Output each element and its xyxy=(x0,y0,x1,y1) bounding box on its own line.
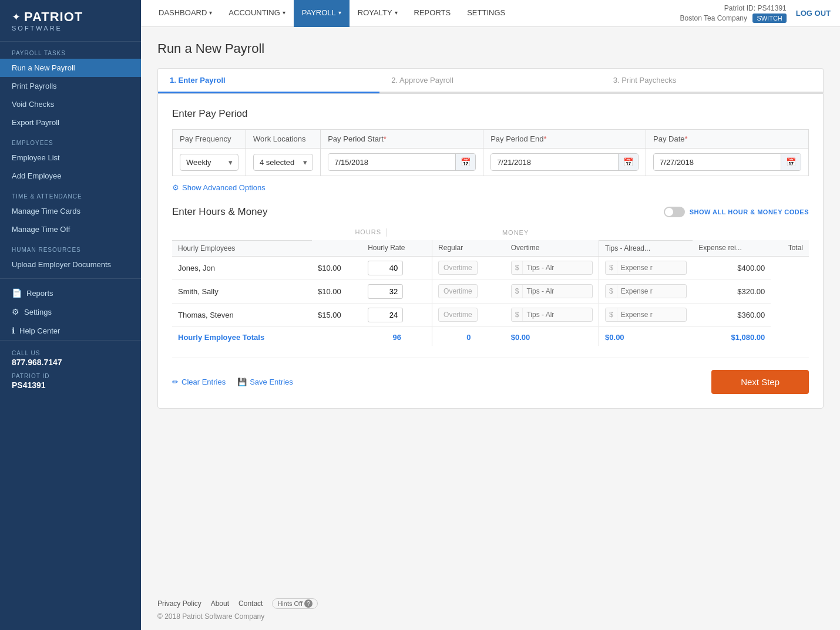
expense-prefix: $ xyxy=(606,261,617,274)
pay-date-input[interactable] xyxy=(654,154,781,170)
overtime-button[interactable]: Overtime xyxy=(438,308,478,322)
col-overtime: Overtime xyxy=(505,240,599,256)
help-icon: ℹ xyxy=(12,326,15,335)
col-name xyxy=(312,240,362,256)
sidebar-item-run-new-payroll[interactable]: Run a New Payroll xyxy=(0,59,141,77)
sidebar-item-print-payrolls[interactable]: Print Payrolls xyxy=(0,77,141,95)
col-pay-period-start: Pay Period Start* xyxy=(321,130,483,149)
footer: Privacy Policy About Contact Hints Off ?… xyxy=(141,589,840,630)
nav-royalty[interactable]: ROYALTY ▾ xyxy=(350,0,406,27)
work-locations-wrapper: 4 selected xyxy=(253,154,313,171)
hints-button[interactable]: Hints Off ? xyxy=(272,598,318,609)
regular-hours-input[interactable] xyxy=(368,308,403,322)
total-cell: $400.00 xyxy=(693,256,771,279)
sidebar-item-label: Employee List xyxy=(12,153,60,162)
sidebar-item-add-employee[interactable]: Add Employee xyxy=(0,167,141,185)
regular-hours-input[interactable] xyxy=(368,284,403,299)
copyright: © 2018 Patriot Software Company xyxy=(157,612,824,621)
sidebar-item-settings[interactable]: ⚙ Settings xyxy=(0,302,141,321)
sidebar-item-label: Add Employee xyxy=(12,171,62,180)
regular-hours-input[interactable] xyxy=(368,261,403,275)
nav-reports[interactable]: REPORTS xyxy=(406,0,459,27)
overtime-cell: Overtime xyxy=(432,256,505,279)
totals-regular: 96 xyxy=(362,326,432,346)
logout-button[interactable]: LOG OUT xyxy=(796,9,831,18)
expense-input[interactable] xyxy=(617,261,658,274)
nav-settings[interactable]: SETTINGS xyxy=(459,0,513,27)
next-step-button[interactable]: Next Step xyxy=(711,370,809,394)
about-link[interactable]: About xyxy=(211,599,229,608)
nav-dashboard[interactable]: DASHBOARD ▾ xyxy=(150,0,220,27)
tips-prefix: $ xyxy=(512,308,523,321)
pay-period-end-input[interactable] xyxy=(491,154,618,170)
nav-right: Patriot ID: PS41391 Boston Tea Company S… xyxy=(680,4,831,23)
step-3-print-paychecks[interactable]: 3. Print Paychecks xyxy=(602,69,823,93)
calendar-icon[interactable]: 📅 xyxy=(455,154,475,170)
sidebar-section-payroll-tasks: PAYROLL TASKS Run a New Payroll Print Pa… xyxy=(0,42,141,132)
overtime-button[interactable]: Overtime xyxy=(438,284,478,298)
chevron-down-icon: ▾ xyxy=(283,9,285,16)
save-entries-link[interactable]: 💾 Save Entries xyxy=(237,378,293,386)
section-label-payroll-tasks: PAYROLL TASKS xyxy=(0,42,141,59)
work-locations-select[interactable]: 4 selected xyxy=(253,154,313,171)
privacy-policy-link[interactable]: Privacy Policy xyxy=(157,599,201,608)
sidebar-item-export-payroll[interactable]: Export Payroll xyxy=(0,113,141,132)
step-1-number: 1. xyxy=(170,76,176,85)
clear-entries-link[interactable]: ✏ Clear Entries xyxy=(172,378,226,386)
user-id: Patriot ID: PS41391 xyxy=(680,4,787,14)
footer-links: Privacy Policy About Contact Hints Off ? xyxy=(157,598,824,609)
top-nav: DASHBOARD ▾ ACCOUNTING ▾ PAYROLL ▾ ROYAL… xyxy=(141,0,840,27)
toggle-switch[interactable] xyxy=(664,207,685,217)
contact-link[interactable]: Contact xyxy=(238,599,263,608)
tips-prefix: $ xyxy=(512,285,523,298)
sidebar-item-upload-employer-docs[interactable]: Upload Employer Documents xyxy=(0,255,141,274)
reports-icon: 📄 xyxy=(12,288,22,298)
nav-accounting[interactable]: ACCOUNTING ▾ xyxy=(220,0,293,27)
hourly-rate-cell: $10.00 xyxy=(312,256,362,279)
pay-frequency-wrapper: Weekly xyxy=(180,154,238,171)
step-3-label: Print Paychecks xyxy=(621,76,676,85)
hours-group-header: HOURS xyxy=(312,225,432,240)
totals-overtime: 0 xyxy=(432,326,505,346)
col-tips: Tips - Alread... xyxy=(599,240,693,256)
calendar-icon[interactable]: 📅 xyxy=(781,154,801,170)
overtime-button[interactable]: Overtime xyxy=(438,261,478,275)
expense-input[interactable] xyxy=(617,308,658,321)
nav-payroll[interactable]: PAYROLL ▾ xyxy=(294,0,350,27)
hourly-rate-cell: $10.00 xyxy=(312,279,362,303)
logo-star: ✦ xyxy=(12,11,21,23)
logo-software: SOFTWARE xyxy=(12,25,62,32)
sidebar-item-employee-list[interactable]: Employee List xyxy=(0,149,141,167)
advanced-options-link[interactable]: ⚙ Show Advanced Options xyxy=(172,183,266,192)
step-2-approve-payroll[interactable]: 2. Approve Payroll xyxy=(379,69,601,93)
money-group-header: MONEY xyxy=(432,225,599,240)
chevron-down-icon: ▾ xyxy=(338,9,341,16)
sidebar-item-reports[interactable]: 📄 Reports xyxy=(0,284,141,302)
tips-input[interactable] xyxy=(523,261,564,274)
step-2-label: Approve Payroll xyxy=(399,76,453,85)
hours-money-header: Enter Hours & Money SHOW ALL HOUR & MONE… xyxy=(172,206,809,218)
question-icon: ? xyxy=(304,599,313,608)
sidebar-item-label: Help Center xyxy=(19,326,60,335)
step-1-enter-payroll[interactable]: 1. Enter Payroll xyxy=(158,69,379,93)
expense-input[interactable] xyxy=(617,285,658,298)
sidebar-item-help-center[interactable]: ℹ Help Center xyxy=(0,321,141,340)
page-title: Run a New Payroll xyxy=(157,41,824,56)
main-content: Run a New Payroll 1. Enter Payroll 2. Ap… xyxy=(141,27,840,589)
tips-input[interactable] xyxy=(523,285,564,298)
pay-period-start-input[interactable] xyxy=(328,154,455,170)
hourly-rate-cell: $15.00 xyxy=(312,303,362,326)
pay-date-wrapper: 📅 xyxy=(653,153,801,171)
switch-button[interactable]: SWITCH xyxy=(752,14,786,23)
table-row: Thomas, Steven $15.00 Overtime $ $ $360.… xyxy=(172,303,809,326)
user-info: Patriot ID: PS41391 Boston Tea Company S… xyxy=(680,4,787,23)
pay-frequency-select[interactable]: Weekly xyxy=(180,154,238,171)
sidebar-item-manage-time-cards[interactable]: Manage Time Cards xyxy=(0,202,141,220)
expense-prefix: $ xyxy=(606,285,617,298)
work-locations-cell: 4 selected xyxy=(246,149,321,176)
sidebar-item-manage-time-off[interactable]: Manage Time Off xyxy=(0,220,141,238)
sidebar-item-void-checks[interactable]: Void Checks xyxy=(0,95,141,113)
toggle-label: SHOW ALL HOUR & MONEY CODES xyxy=(690,208,809,215)
tips-input[interactable] xyxy=(523,308,564,321)
calendar-icon[interactable]: 📅 xyxy=(618,154,638,170)
